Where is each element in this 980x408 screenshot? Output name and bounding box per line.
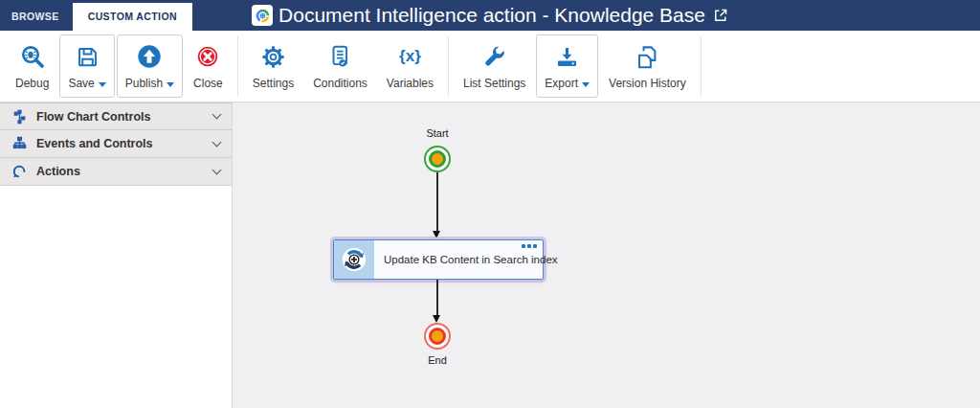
version-history-label: Version History	[609, 77, 686, 90]
toolbox-sidebar: Flow Chart Controls Events and Controls	[0, 102, 233, 408]
list-settings-label: List Settings	[463, 77, 525, 90]
version-history-icon	[635, 39, 660, 77]
workflow-canvas[interactable]: Start Update KB Content in Search index	[233, 102, 980, 408]
end-node[interactable]	[424, 323, 451, 350]
version-history-button[interactable]: Version History	[600, 34, 695, 98]
publish-label: Publish	[125, 77, 163, 90]
close-icon	[195, 39, 220, 77]
conditions-label: Conditions	[313, 77, 368, 90]
sidebar-section-label: Events and Controls	[36, 137, 213, 150]
org-chart-icon	[10, 136, 29, 151]
app-logo-icon	[252, 5, 273, 26]
sidebar-section-label: Flow Chart Controls	[36, 110, 213, 124]
end-node-core	[429, 328, 446, 345]
ribbon-toolbar: Debug Save Publish Clos	[0, 31, 980, 102]
debug-icon	[19, 39, 46, 77]
sync-plus-icon	[340, 245, 368, 274]
chevron-down-icon[interactable]	[212, 110, 222, 120]
variables-button[interactable]: {x} Variables	[378, 34, 442, 98]
conditions-button[interactable]: Conditions	[304, 34, 376, 98]
end-node-label: End	[380, 354, 495, 366]
start-node-label: Start	[380, 127, 495, 139]
save-icon	[75, 39, 100, 77]
chevron-down-icon[interactable]	[212, 137, 222, 147]
title-bar: BROWSE CUSTOM ACTION Document Intelligen…	[0, 0, 980, 31]
connector-action-to-end	[436, 280, 438, 316]
action-node-update-kb[interactable]: Update KB Content in Search index	[333, 239, 544, 280]
arrowhead-icon	[433, 315, 440, 323]
save-button[interactable]: Save	[59, 34, 114, 98]
variables-label: Variables	[387, 77, 434, 90]
save-dropdown-caret-icon[interactable]	[99, 82, 106, 87]
export-label: Export	[545, 77, 578, 90]
publish-dropdown-caret-icon[interactable]	[167, 82, 174, 87]
export-dropdown-caret-icon[interactable]	[582, 82, 590, 87]
wrench-icon	[482, 39, 507, 77]
close-label: Close	[193, 77, 223, 90]
start-node[interactable]	[424, 146, 451, 172]
ribbon-separator	[701, 36, 702, 96]
ribbon-separator	[448, 36, 449, 96]
connector-start-to-action	[436, 172, 438, 232]
sidebar-section-flow-chart-controls[interactable]: Flow Chart Controls	[0, 102, 232, 130]
debug-label: Debug	[15, 77, 49, 90]
publish-button[interactable]: Publish	[117, 34, 183, 98]
chevron-down-icon[interactable]	[212, 165, 222, 174]
debug-button[interactable]: Debug	[7, 34, 57, 98]
sidebar-section-actions[interactable]: Actions	[0, 158, 232, 186]
ribbon-separator	[237, 36, 238, 96]
actions-refresh-icon	[10, 164, 29, 179]
action-node-icon-cell	[334, 240, 374, 279]
arrowhead-icon	[433, 231, 440, 238]
conditions-icon	[327, 39, 352, 77]
publish-icon	[136, 39, 163, 77]
flow-chart-icon	[10, 109, 29, 125]
sidebar-section-label: Actions	[36, 165, 213, 178]
main-content: Flow Chart Controls Events and Controls	[0, 102, 980, 408]
close-button[interactable]: Close	[185, 34, 232, 98]
save-label: Save	[68, 77, 94, 90]
start-node-core	[429, 150, 446, 168]
sidebar-section-events-and-controls[interactable]: Events and Controls	[0, 130, 232, 158]
export-button[interactable]: Export	[536, 34, 598, 98]
external-link-icon[interactable]	[713, 8, 728, 23]
settings-button[interactable]: Settings	[244, 34, 302, 98]
page-title: Document Intelligence action - Knowledge…	[278, 4, 705, 27]
settings-label: Settings	[253, 77, 294, 90]
title-area: Document Intelligence action - Knowledge…	[0, 0, 980, 31]
list-settings-button[interactable]: List Settings	[455, 34, 534, 98]
export-icon	[554, 39, 580, 77]
more-options-icon[interactable]	[522, 244, 537, 248]
variables-icon: {x}	[399, 39, 421, 77]
settings-gear-icon	[260, 39, 286, 77]
